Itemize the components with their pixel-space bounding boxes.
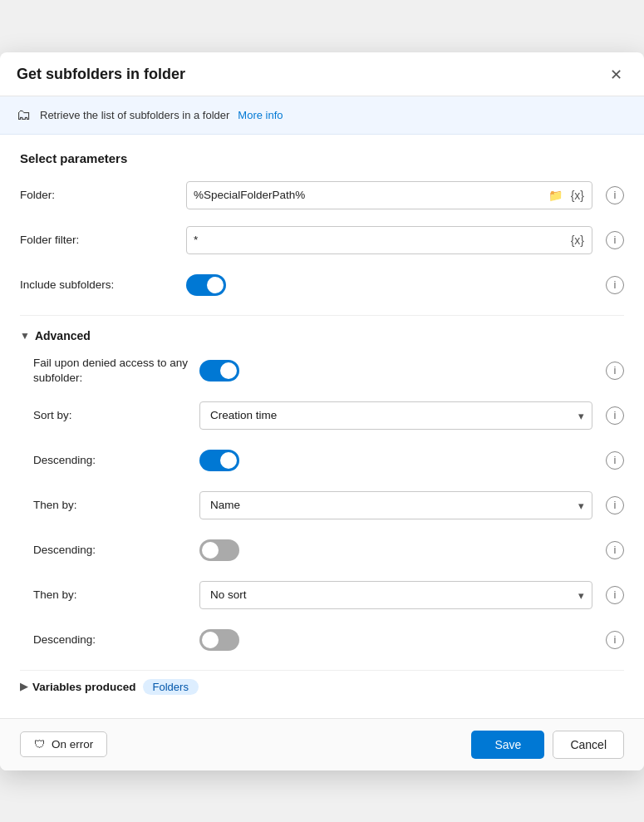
descending1-info-icon[interactable]: i [606, 451, 624, 470]
descending3-control: i [199, 629, 624, 651]
folder-filter-input-wrapper: {x} [186, 226, 592, 254]
then-by2-select[interactable]: No sort Name Creation time Last accessed… [199, 581, 592, 609]
info-bar: 🗂 Retrieve the list of subfolders in a f… [0, 96, 644, 135]
folder-filter-row: Folder filter: {x} i [20, 225, 624, 255]
fail-denied-label: Fail upon denied access to any subfolder… [33, 356, 199, 385]
descending2-toggle[interactable] [199, 539, 239, 561]
folder-filter-label: Folder filter: [20, 234, 186, 246]
folder-row: Folder: 📁 {x} i [20, 180, 624, 210]
then-by1-row: Then by: No sort Name Creation time Last… [33, 490, 624, 520]
descending2-control: i [199, 539, 624, 561]
sort-by-row: Sort by: No sort Name Creation time Last… [33, 401, 624, 431]
folder-variable-icon[interactable]: {x} [568, 187, 587, 204]
folder-input-icons: 📁 {x} [546, 187, 592, 204]
then-by2-row: Then by: No sort Name Creation time Last… [33, 580, 624, 610]
descending1-label: Descending: [33, 454, 199, 466]
descending2-label: Descending: [33, 544, 199, 556]
folder-filter-control: {x} i [186, 226, 624, 254]
dialog: Get subfolders in folder ✕ 🗂 Retrieve th… [0, 52, 644, 770]
section-title: Select parameters [20, 151, 624, 165]
divider [20, 315, 624, 316]
then-by2-dropdown-wrapper: No sort Name Creation time Last accessed… [199, 581, 592, 609]
folder-input[interactable] [187, 182, 546, 209]
advanced-label: Advanced [35, 329, 91, 342]
descending1-toggle[interactable] [199, 450, 239, 471]
shield-icon: 🛡 [34, 738, 46, 751]
fail-denied-info-icon[interactable]: i [606, 362, 624, 380]
dialog-title: Get subfolders in folder [17, 66, 185, 83]
include-subfolders-info-icon[interactable]: i [606, 276, 624, 294]
info-bar-text: Retrieve the list of subfolders in a fol… [40, 109, 229, 121]
folder-filter-input[interactable] [187, 227, 568, 253]
fail-denied-row: Fail upon denied access to any subfolder… [33, 356, 624, 386]
folder-filter-info-icon[interactable]: i [606, 231, 624, 249]
then-by1-dropdown-wrapper: No sort Name Creation time Last accessed… [199, 491, 592, 519]
sort-by-label: Sort by: [33, 409, 199, 421]
cancel-button[interactable]: Cancel [553, 731, 624, 759]
folder-control: 📁 {x} i [186, 181, 624, 209]
advanced-chevron-icon: ▼ [20, 330, 30, 342]
variables-header[interactable]: ▶ Variables produced [20, 681, 136, 693]
then-by2-info-icon[interactable]: i [606, 586, 624, 604]
folder-input-wrapper: 📁 {x} [186, 181, 592, 209]
then-by2-control: No sort Name Creation time Last accessed… [199, 581, 624, 609]
variables-chevron-icon: ▶ [20, 681, 27, 692]
descending2-info-icon[interactable]: i [606, 541, 624, 559]
close-button[interactable]: ✕ [605, 66, 627, 84]
folder-label: Folder: [20, 189, 186, 201]
sort-by-info-icon[interactable]: i [606, 406, 624, 425]
include-subfolders-row: Include subfolders: i [20, 270, 624, 300]
dialog-header: Get subfolders in folder ✕ [0, 52, 644, 96]
fail-denied-control: i [199, 360, 624, 381]
dialog-footer: 🛡 On error Save Cancel [0, 718, 644, 770]
descending1-control: i [199, 450, 624, 471]
sort-by-dropdown-wrapper: No sort Name Creation time Last accessed… [199, 401, 592, 430]
include-subfolders-toggle[interactable] [186, 274, 226, 296]
dialog-body: Select parameters Folder: 📁 {x} i Folder… [0, 135, 644, 718]
descending3-row: Descending: i [33, 625, 624, 655]
footer-right: Save Cancel [471, 731, 624, 759]
then-by1-control: No sort Name Creation time Last accessed… [199, 491, 624, 519]
more-info-link[interactable]: More info [238, 109, 283, 121]
then-by1-label: Then by: [33, 499, 199, 511]
sort-by-control: No sort Name Creation time Last accessed… [199, 401, 624, 430]
folder-filter-icons: {x} [568, 232, 592, 249]
then-by2-label: Then by: [33, 588, 199, 601]
advanced-header[interactable]: ▼ Advanced [20, 329, 624, 342]
on-error-label: On error [52, 738, 93, 751]
sort-by-select[interactable]: No sort Name Creation time Last accessed… [199, 401, 592, 430]
include-subfolders-control: i [186, 274, 624, 296]
descending3-label: Descending: [33, 633, 199, 646]
include-subfolders-label: Include subfolders: [20, 278, 186, 291]
folder-icon: 🗂 [17, 106, 32, 124]
on-error-button[interactable]: 🛡 On error [20, 731, 107, 757]
folder-info-icon[interactable]: i [606, 186, 624, 204]
fail-denied-toggle[interactable] [199, 360, 239, 381]
then-by1-info-icon[interactable]: i [606, 496, 624, 514]
descending3-toggle[interactable] [199, 629, 239, 651]
descending2-row: Descending: i [33, 535, 624, 565]
save-button[interactable]: Save [471, 731, 544, 759]
descending3-info-icon[interactable]: i [606, 631, 624, 649]
folder-browse-icon[interactable]: 📁 [546, 187, 565, 204]
folder-filter-variable-icon[interactable]: {x} [568, 232, 587, 249]
variables-label: Variables produced [32, 681, 136, 693]
then-by1-select[interactable]: No sort Name Creation time Last accessed… [199, 491, 592, 519]
descending1-row: Descending: i [33, 445, 624, 475]
variables-section: ▶ Variables produced Folders [20, 670, 624, 698]
advanced-section: Fail upon denied access to any subfolder… [20, 356, 624, 655]
variables-badge: Folders [143, 679, 199, 695]
